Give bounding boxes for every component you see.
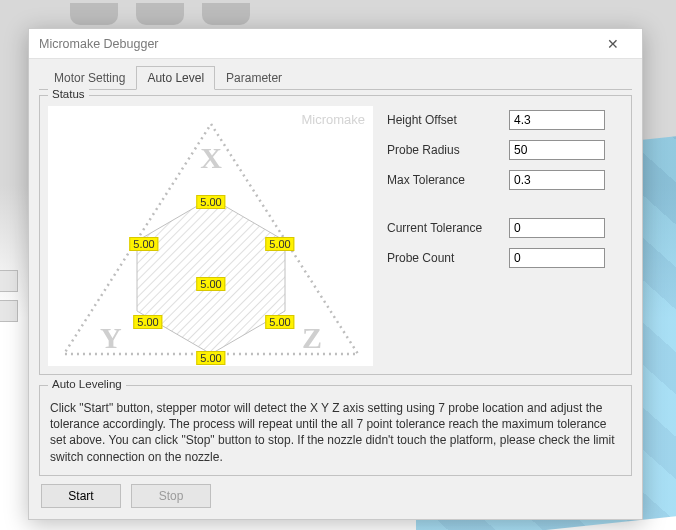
titlebar: Micromake Debugger ✕ — [29, 29, 642, 59]
window-title: Micromake Debugger — [39, 37, 159, 51]
close-button[interactable]: ✕ — [592, 32, 634, 56]
probe-right: 5.00 — [265, 237, 294, 251]
stop-button[interactable]: Stop — [131, 484, 211, 508]
probe-count-input[interactable] — [509, 248, 605, 268]
tab-strip: Motor Setting Auto Level Parameter — [39, 65, 632, 90]
start-button[interactable]: Start — [41, 484, 121, 508]
close-icon: ✕ — [607, 36, 619, 52]
auto-leveling-text: Click "Start" button, stepper motor will… — [48, 396, 623, 467]
field-list: Height Offset Probe Radius Max Tolerance… — [387, 106, 623, 366]
tab-auto-level[interactable]: Auto Level — [136, 66, 215, 90]
svg-text:X: X — [200, 141, 222, 174]
probe-count-label: Probe Count — [387, 251, 495, 265]
probe-radius-input[interactable] — [509, 140, 605, 160]
debugger-window: Micromake Debugger ✕ Motor Setting Auto … — [28, 28, 643, 520]
status-legend: Status — [48, 88, 89, 100]
button-row: Start Stop — [39, 476, 632, 510]
max-tolerance-input[interactable] — [509, 170, 605, 190]
probe-center: 5.00 — [196, 277, 225, 291]
svg-marker-2 — [137, 198, 285, 354]
svg-text:Y: Y — [100, 321, 122, 354]
probe-radius-label: Probe Radius — [387, 143, 495, 157]
auto-leveling-group: Auto Leveling Click "Start" button, step… — [39, 385, 632, 476]
probe-left: 5.00 — [129, 237, 158, 251]
tab-motor-setting[interactable]: Motor Setting — [43, 66, 136, 90]
auto-leveling-legend: Auto Leveling — [48, 378, 126, 390]
height-offset-input[interactable] — [509, 110, 605, 130]
max-tolerance-label: Max Tolerance — [387, 173, 495, 187]
height-offset-label: Height Offset — [387, 113, 495, 127]
status-group: Status Micromake — [39, 95, 632, 375]
probe-bottom: 5.00 — [196, 351, 225, 365]
tab-parameter[interactable]: Parameter — [215, 66, 293, 90]
probe-x: 5.00 — [196, 195, 225, 209]
delta-diagram: Micromake X Y Z — [48, 106, 373, 366]
current-tolerance-input[interactable] — [509, 218, 605, 238]
svg-text:Z: Z — [302, 321, 322, 354]
current-tolerance-label: Current Tolerance — [387, 221, 495, 235]
probe-z: 5.00 — [265, 315, 294, 329]
probe-y: 5.00 — [133, 315, 162, 329]
